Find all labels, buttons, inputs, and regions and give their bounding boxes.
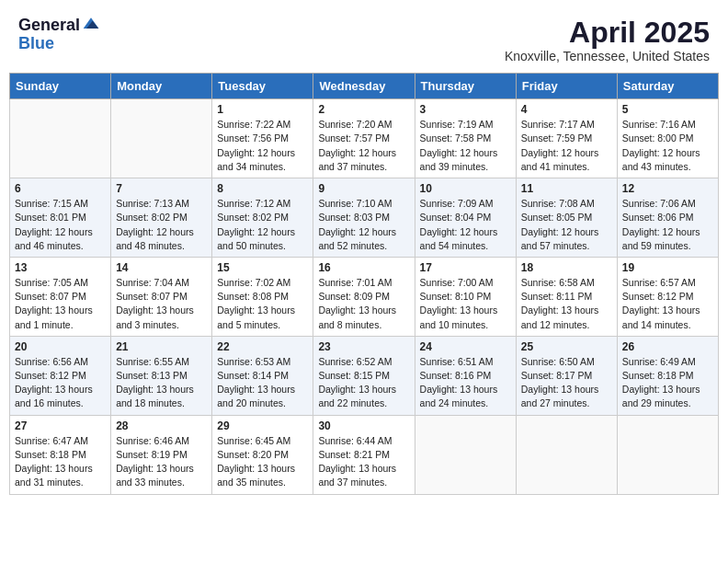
calendar-table: SundayMondayTuesdayWednesdayThursdayFrid… <box>9 73 719 494</box>
calendar-week-row: 13Sunrise: 7:05 AMSunset: 8:07 PMDayligh… <box>10 257 719 336</box>
calendar-cell: 12Sunrise: 7:06 AMSunset: 8:06 PMDayligh… <box>617 178 718 258</box>
day-number: 7 <box>116 182 207 195</box>
day-number: 23 <box>318 340 409 353</box>
day-info: Sunrise: 7:13 AMSunset: 8:02 PMDaylight:… <box>116 197 207 253</box>
day-number: 19 <box>622 261 713 274</box>
day-number: 27 <box>15 419 106 432</box>
calendar-cell: 15Sunrise: 7:02 AMSunset: 8:08 PMDayligh… <box>212 257 313 336</box>
calendar-cell: 11Sunrise: 7:08 AMSunset: 8:05 PMDayligh… <box>516 178 617 258</box>
calendar-cell: 20Sunrise: 6:56 AMSunset: 8:12 PMDayligh… <box>10 336 111 415</box>
weekday-header-thursday: Thursday <box>415 74 516 99</box>
day-info: Sunrise: 6:55 AMSunset: 8:13 PMDaylight:… <box>116 355 207 411</box>
day-number: 26 <box>622 340 713 353</box>
day-number: 21 <box>116 340 207 353</box>
calendar-cell <box>617 415 718 494</box>
logo-icon <box>82 15 100 33</box>
day-info: Sunrise: 6:45 AMSunset: 8:20 PMDaylight:… <box>217 434 308 490</box>
day-info: Sunrise: 7:12 AMSunset: 8:02 PMDaylight:… <box>217 197 308 253</box>
weekday-header-wednesday: Wednesday <box>313 74 415 99</box>
day-info: Sunrise: 7:09 AMSunset: 8:04 PMDaylight:… <box>420 197 511 253</box>
day-info: Sunrise: 7:15 AMSunset: 8:01 PMDaylight:… <box>15 197 106 253</box>
calendar-cell <box>111 99 212 178</box>
day-info: Sunrise: 7:08 AMSunset: 8:05 PMDaylight:… <box>521 197 612 253</box>
weekday-header-sunday: Sunday <box>10 74 111 99</box>
day-number: 25 <box>521 340 612 353</box>
calendar-cell: 19Sunrise: 6:57 AMSunset: 8:12 PMDayligh… <box>617 257 718 336</box>
calendar-cell: 9Sunrise: 7:10 AMSunset: 8:03 PMDaylight… <box>313 178 415 258</box>
day-number: 10 <box>420 182 511 195</box>
calendar-week-row: 6Sunrise: 7:15 AMSunset: 8:01 PMDaylight… <box>10 178 719 258</box>
calendar-week-row: 20Sunrise: 6:56 AMSunset: 8:12 PMDayligh… <box>10 336 719 415</box>
logo-blue-text: Blue <box>18 35 100 53</box>
day-number: 20 <box>15 340 106 353</box>
day-number: 13 <box>15 261 106 274</box>
day-info: Sunrise: 6:56 AMSunset: 8:12 PMDaylight:… <box>15 355 106 411</box>
day-info: Sunrise: 7:01 AMSunset: 8:09 PMDaylight:… <box>318 276 409 332</box>
calendar-cell: 22Sunrise: 6:53 AMSunset: 8:14 PMDayligh… <box>212 336 313 415</box>
day-info: Sunrise: 6:52 AMSunset: 8:15 PMDaylight:… <box>318 355 409 411</box>
calendar-cell: 24Sunrise: 6:51 AMSunset: 8:16 PMDayligh… <box>415 336 516 415</box>
day-info: Sunrise: 7:20 AMSunset: 7:57 PMDaylight:… <box>318 118 409 174</box>
day-number: 14 <box>116 261 207 274</box>
day-info: Sunrise: 6:46 AMSunset: 8:19 PMDaylight:… <box>116 434 207 490</box>
day-number: 11 <box>521 182 612 195</box>
calendar-cell: 2Sunrise: 7:20 AMSunset: 7:57 PMDaylight… <box>313 99 415 178</box>
day-info: Sunrise: 6:57 AMSunset: 8:12 PMDaylight:… <box>622 276 713 332</box>
day-number: 9 <box>318 182 409 195</box>
weekday-header-monday: Monday <box>111 74 212 99</box>
day-number: 1 <box>217 103 308 116</box>
calendar-week-row: 1Sunrise: 7:22 AMSunset: 7:56 PMDaylight… <box>10 99 719 178</box>
day-info: Sunrise: 7:05 AMSunset: 8:07 PMDaylight:… <box>15 276 106 332</box>
calendar-cell <box>516 415 617 494</box>
weekday-header-saturday: Saturday <box>617 74 718 99</box>
calendar-cell: 26Sunrise: 6:49 AMSunset: 8:18 PMDayligh… <box>617 336 718 415</box>
day-number: 17 <box>420 261 511 274</box>
calendar-cell: 8Sunrise: 7:12 AMSunset: 8:02 PMDaylight… <box>212 178 313 258</box>
calendar-cell: 6Sunrise: 7:15 AMSunset: 8:01 PMDaylight… <box>10 178 111 258</box>
day-number: 22 <box>217 340 308 353</box>
calendar-cell: 1Sunrise: 7:22 AMSunset: 7:56 PMDaylight… <box>212 99 313 178</box>
day-info: Sunrise: 6:44 AMSunset: 8:21 PMDaylight:… <box>318 434 409 490</box>
calendar-cell: 27Sunrise: 6:47 AMSunset: 8:18 PMDayligh… <box>10 415 111 494</box>
day-number: 15 <box>217 261 308 274</box>
calendar-cell: 21Sunrise: 6:55 AMSunset: 8:13 PMDayligh… <box>111 336 212 415</box>
day-number: 8 <box>217 182 308 195</box>
calendar-cell: 7Sunrise: 7:13 AMSunset: 8:02 PMDaylight… <box>111 178 212 258</box>
calendar-cell <box>415 415 516 494</box>
day-info: Sunrise: 7:16 AMSunset: 8:00 PMDaylight:… <box>622 118 713 174</box>
day-number: 29 <box>217 419 308 432</box>
day-number: 4 <box>521 103 612 116</box>
day-number: 24 <box>420 340 511 353</box>
page-header: General Blue April 2025 Knoxville, Tenne… <box>9 9 719 67</box>
day-info: Sunrise: 7:00 AMSunset: 8:10 PMDaylight:… <box>420 276 511 332</box>
calendar-cell: 17Sunrise: 7:00 AMSunset: 8:10 PMDayligh… <box>415 257 516 336</box>
day-number: 5 <box>622 103 713 116</box>
calendar-cell: 25Sunrise: 6:50 AMSunset: 8:17 PMDayligh… <box>516 336 617 415</box>
day-info: Sunrise: 6:49 AMSunset: 8:18 PMDaylight:… <box>622 355 713 411</box>
day-info: Sunrise: 6:51 AMSunset: 8:16 PMDaylight:… <box>420 355 511 411</box>
calendar-cell: 14Sunrise: 7:04 AMSunset: 8:07 PMDayligh… <box>111 257 212 336</box>
calendar-cell <box>10 99 111 178</box>
day-info: Sunrise: 7:17 AMSunset: 7:59 PMDaylight:… <box>521 118 612 174</box>
logo: General Blue <box>18 17 100 53</box>
day-info: Sunrise: 7:22 AMSunset: 7:56 PMDaylight:… <box>217 118 308 174</box>
logo-general-text: General <box>18 17 80 35</box>
calendar-cell: 5Sunrise: 7:16 AMSunset: 8:00 PMDaylight… <box>617 99 718 178</box>
calendar-cell: 13Sunrise: 7:05 AMSunset: 8:07 PMDayligh… <box>10 257 111 336</box>
calendar-cell: 10Sunrise: 7:09 AMSunset: 8:04 PMDayligh… <box>415 178 516 258</box>
location-text: Knoxville, Tennessee, United States <box>505 49 710 63</box>
title-section: April 2025 Knoxville, Tennessee, United … <box>505 17 710 63</box>
calendar-week-row: 27Sunrise: 6:47 AMSunset: 8:18 PMDayligh… <box>10 415 719 494</box>
day-number: 30 <box>318 419 409 432</box>
day-number: 12 <box>622 182 713 195</box>
day-number: 18 <box>521 261 612 274</box>
calendar-cell: 18Sunrise: 6:58 AMSunset: 8:11 PMDayligh… <box>516 257 617 336</box>
calendar-cell: 30Sunrise: 6:44 AMSunset: 8:21 PMDayligh… <box>313 415 415 494</box>
calendar-cell: 3Sunrise: 7:19 AMSunset: 7:58 PMDaylight… <box>415 99 516 178</box>
day-info: Sunrise: 7:19 AMSunset: 7:58 PMDaylight:… <box>420 118 511 174</box>
day-number: 3 <box>420 103 511 116</box>
calendar-cell: 29Sunrise: 6:45 AMSunset: 8:20 PMDayligh… <box>212 415 313 494</box>
day-info: Sunrise: 7:02 AMSunset: 8:08 PMDaylight:… <box>217 276 308 332</box>
day-info: Sunrise: 7:06 AMSunset: 8:06 PMDaylight:… <box>622 197 713 253</box>
weekday-header-tuesday: Tuesday <box>212 74 313 99</box>
